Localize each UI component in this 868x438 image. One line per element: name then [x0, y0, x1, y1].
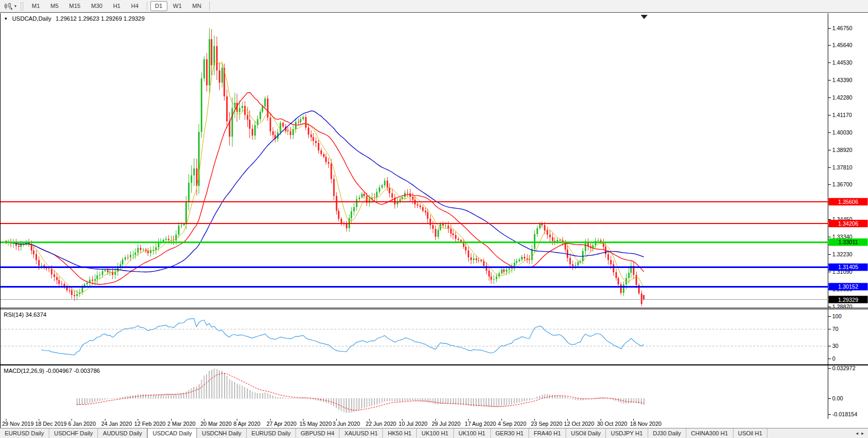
chart-tab-bar: EURUSD DailyUSDCHF DailyAUDUSD DailyUSDC…	[0, 428, 868, 438]
svg-text:20 Mar 2020: 20 Mar 2020	[200, 421, 231, 427]
tab-17-usoil-h1[interactable]: USOil H1	[733, 428, 768, 438]
svg-text:70: 70	[833, 326, 839, 332]
svg-text:24 Jan 2020: 24 Jan 2020	[101, 421, 132, 427]
svg-text:1.44530: 1.44530	[833, 59, 853, 66]
chart-title: ▼ USDCAD,Daily 1.29612 1.29623 1.29269 1…	[4, 15, 145, 22]
tab-13-usoil-daily[interactable]: USOil Daily	[566, 428, 606, 438]
svg-text:1.41170: 1.41170	[833, 112, 852, 118]
period-button-h4[interactable]: H4	[126, 1, 143, 11]
macd-indicator-panel[interactable]: MACD(12,26,9) -0.004967 -0.003786 0.0329…	[1, 365, 868, 419]
toolbar-grip	[21, 2, 23, 11]
chevron-down-icon: ▾	[14, 4, 16, 8]
tab-8-hk50-h1[interactable]: HK50 H1	[383, 428, 417, 438]
svg-text:15 May 2020: 15 May 2020	[300, 421, 332, 427]
svg-text:1.42280: 1.42280	[833, 94, 853, 101]
tab-1-usdchf-daily[interactable]: USDCHF Daily	[49, 428, 98, 438]
svg-text:1.46750: 1.46750	[833, 25, 853, 31]
svg-text:29 Jul 2020: 29 Jul 2020	[432, 421, 460, 427]
svg-text:1.35606: 1.35606	[838, 199, 858, 205]
chart-stack: ▼ USDCAD,Daily 1.29612 1.29623 1.29269 1…	[0, 13, 868, 428]
svg-text:12 Oct 2020: 12 Oct 2020	[564, 421, 594, 427]
period-button-m1[interactable]: M1	[27, 1, 44, 11]
svg-text:1.31405: 1.31405	[838, 264, 858, 270]
chart-type-button[interactable]: ▾	[2, 2, 19, 11]
ma-line-medium	[6, 93, 644, 285]
svg-text:1.37810: 1.37810	[833, 164, 853, 171]
collapse-arrow-icon[interactable]: ▼	[4, 16, 8, 21]
tab-scroll-controls: ◂▸	[852, 428, 868, 438]
tab-9-uk100-h1[interactable]: UK100 H1	[417, 428, 454, 438]
tab-12-fra40-h1[interactable]: FRA40 H1	[529, 428, 566, 438]
period-button-w1[interactable]: W1	[168, 1, 187, 11]
macd-histogram	[77, 369, 645, 413]
ma-line-slow	[6, 111, 644, 272]
tab-3-usdcad-daily[interactable]: USDCAD Daily	[147, 428, 197, 438]
mt4-chart-window: ▾ M1M5M15M30H1H4 D1W1MN ▼ USDCAD,Daily 1…	[0, 0, 868, 438]
tab-0-eurusd-daily[interactable]: EURUSD Daily	[0, 428, 49, 438]
svg-text:23 Sep 2020: 23 Sep 2020	[531, 421, 562, 427]
tab-scroll-right-icon[interactable]: ▸	[861, 431, 864, 436]
svg-text:8 Apr 2020: 8 Apr 2020	[234, 421, 261, 427]
toolbar-divider-2	[209, 2, 210, 11]
svg-text:1.38920: 1.38920	[833, 147, 853, 153]
svg-text:18 Dec 2019: 18 Dec 2019	[35, 421, 67, 427]
toolbar-divider	[147, 2, 147, 11]
svg-text:30: 30	[833, 343, 839, 349]
timeframe-toolbar: ▾ M1M5M15M30H1H4 D1W1MN	[0, 0, 868, 13]
tab-7-xauusd-h1[interactable]: XAUUSD H1	[339, 428, 383, 438]
svg-text:27 Apr 2020: 27 Apr 2020	[266, 421, 297, 427]
svg-text:1.40030: 1.40030	[833, 129, 853, 136]
tab-15-dj30-daily[interactable]: DJ30 Daily	[648, 428, 686, 438]
svg-text:1.45640: 1.45640	[833, 42, 853, 48]
candlestick-chart-icon	[4, 3, 13, 10]
timeframe-group-2: D1W1MN	[150, 1, 207, 11]
svg-text:-0.018154: -0.018154	[833, 411, 857, 417]
rsi-indicator-panel[interactable]: RSI(14) 34.6374 10070300	[1, 309, 868, 365]
timeframe-group: M1M5M15M30H1H4	[26, 1, 144, 11]
svg-text:1.36700: 1.36700	[833, 181, 853, 187]
tab-4-usdcnh-daily[interactable]: USDCNH Daily	[197, 428, 247, 438]
tab-11-ger30-h1[interactable]: GER30 H1	[491, 428, 529, 438]
macd-label: MACD(12,26,9) -0.004967 -0.003786	[4, 368, 100, 374]
svg-text:6 Jan 2020: 6 Jan 2020	[68, 421, 96, 427]
svg-text:3 Jun 2020: 3 Jun 2020	[333, 421, 360, 427]
svg-text:1.33011: 1.33011	[838, 239, 858, 245]
svg-text:30 Oct 2020: 30 Oct 2020	[597, 421, 627, 427]
tab-scroll-left-icon[interactable]: ◂	[856, 431, 858, 436]
tab-6-gbpusd-h4[interactable]: GBPUSD H4	[296, 428, 340, 438]
svg-text:12 Feb 2020: 12 Feb 2020	[135, 421, 166, 427]
rsi-line	[41, 318, 644, 355]
tab-16-china300-h1[interactable]: CHINA300 H1	[686, 428, 733, 438]
candles	[5, 28, 645, 306]
period-button-d1[interactable]: D1	[150, 1, 167, 11]
svg-text:10 Jul 2020: 10 Jul 2020	[399, 421, 427, 427]
svg-text:0.00: 0.00	[833, 395, 844, 401]
period-button-m15[interactable]: M15	[65, 1, 85, 11]
rsi-label: RSI(14) 34.6374	[4, 311, 47, 318]
svg-text:1.30152: 1.30152	[838, 283, 858, 290]
ma-line-fast	[6, 61, 644, 293]
svg-text:1.32230: 1.32230	[833, 251, 853, 257]
macd-chart[interactable]: 0.0329720.00-0.018154	[1, 365, 868, 419]
period-button-m5[interactable]: M5	[46, 1, 63, 11]
horizontal-lines: 1.356061.342061.330111.314051.30152	[1, 198, 868, 290]
svg-text:100: 100	[833, 313, 842, 319]
candlestick-chart[interactable]: 1.467501.456401.445301.433901.422801.411…	[1, 13, 868, 308]
rsi-chart[interactable]: 10070300	[1, 309, 868, 364]
tab-10-uk100-h1[interactable]: UK100 H1	[454, 428, 491, 438]
svg-text:1.29329: 1.29329	[838, 297, 858, 303]
svg-text:18 Nov 2020: 18 Nov 2020	[630, 421, 662, 427]
tab-2-audusd-daily[interactable]: AUDUSD Daily	[98, 428, 147, 438]
price-chart-panel[interactable]: ▼ USDCAD,Daily 1.29612 1.29623 1.29269 1…	[1, 13, 868, 308]
tab-5-eurusd-daily[interactable]: EURUSD Daily	[247, 428, 296, 438]
svg-text:22 Jun 2020: 22 Jun 2020	[365, 421, 396, 427]
svg-text:1.28870: 1.28870	[833, 303, 853, 308]
tab-14-usdjpy-h1[interactable]: USDJPY H1	[606, 428, 648, 438]
svg-text:1.43390: 1.43390	[833, 77, 853, 83]
period-button-mn[interactable]: MN	[187, 1, 206, 11]
svg-text:0.032972: 0.032972	[833, 365, 856, 371]
period-button-h1[interactable]: H1	[108, 1, 125, 11]
period-button-m30[interactable]: M30	[86, 1, 107, 11]
svg-text:17 Aug 2020: 17 Aug 2020	[465, 421, 496, 427]
chart-shift-marker	[641, 15, 648, 19]
